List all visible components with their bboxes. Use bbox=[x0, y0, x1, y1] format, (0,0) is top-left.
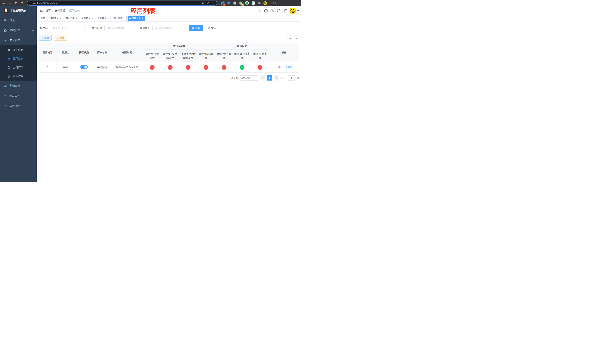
sidebar-item-infra[interactable]: 基础设施 bbox=[0, 81, 37, 91]
extension-gem-icon[interactable] bbox=[227, 1, 230, 5]
col-header-name: 应用名 bbox=[56, 43, 75, 62]
add-button[interactable]: +新增 bbox=[39, 35, 52, 41]
tag-refund-order[interactable]: 退款订单× bbox=[96, 16, 111, 21]
font-size-icon[interactable]: TT bbox=[283, 9, 287, 13]
tag-pay-order[interactable]: 支付订单× bbox=[80, 16, 95, 21]
toggle-search-button[interactable] bbox=[287, 35, 292, 40]
avatar-caret-icon[interactable] bbox=[297, 10, 299, 11]
address-bar[interactable]: i localhost:1024/pay/app ☆ bbox=[27, 0, 217, 6]
tag-merchant-info[interactable]: 商户信息× bbox=[112, 16, 127, 21]
sidebar-item-payment[interactable]: ¥ 支付管理 bbox=[0, 35, 37, 45]
col-header-action: 操作 bbox=[269, 43, 299, 62]
pagination: 共 1 条 10条/页 1 前往 页 bbox=[39, 75, 299, 81]
tag-home[interactable]: 首页 bbox=[39, 16, 47, 21]
alipay-qr-status-icon: × bbox=[204, 65, 208, 70]
col-header-merchant: 商户名称 bbox=[93, 43, 111, 62]
sidebar-item-label: 工作流程 bbox=[10, 104, 32, 107]
sidebar-item-label: 支付管理 bbox=[10, 39, 32, 42]
chevron-down-icon bbox=[32, 105, 34, 107]
filter-form: 应用名 请输入应用名 商户名称 请输入商户名称 开启状态 请选择开启状态 搜索 … bbox=[39, 25, 299, 31]
close-icon[interactable]: × bbox=[123, 17, 125, 20]
sidebar-item-label: 退款订单 bbox=[13, 75, 33, 78]
extension-sketch-icon[interactable]: 10 bbox=[221, 1, 224, 5]
group-header-alipay: 支付宝配置 bbox=[143, 43, 215, 50]
github-icon[interactable] bbox=[264, 9, 268, 13]
page-size-select[interactable]: 10条/页 bbox=[240, 75, 258, 81]
browser-menu-icon[interactable] bbox=[281, 2, 282, 5]
table-row: 6 芋道 芋道源码 2021-10-23 08:49:25 × × × × × … bbox=[39, 62, 299, 73]
sidebar-item-label: 应用信息 bbox=[13, 57, 33, 60]
sidebar-item-label: 支付订单 bbox=[13, 66, 33, 69]
search-button[interactable]: 搜索 bbox=[189, 25, 203, 31]
col-header-wechat-mini: 微信小程序支付 bbox=[215, 50, 233, 62]
col-header-id: 应用编号 bbox=[39, 43, 56, 62]
sidebar-fold-icon[interactable] bbox=[39, 8, 44, 13]
sidebar-logo[interactable]: 芋道管理系统 bbox=[0, 6, 37, 15]
col-header-wechat-jsapi: 微信 JSAPI 支付 bbox=[233, 50, 251, 62]
goto-page-input[interactable] bbox=[288, 75, 295, 81]
refresh-button[interactable] bbox=[294, 35, 299, 40]
sidebar-item-pay-order[interactable]: 支付订单 bbox=[0, 63, 37, 72]
user-avatar[interactable] bbox=[290, 8, 296, 14]
extensions-puzzle-icon[interactable] bbox=[257, 1, 261, 5]
help-doc-icon[interactable]: ? bbox=[270, 9, 274, 13]
export-button[interactable]: 导出 bbox=[54, 35, 67, 41]
prev-page-button[interactable] bbox=[260, 75, 265, 81]
breadcrumb-payment[interactable]: 支付管理 bbox=[55, 9, 65, 12]
monitor-icon bbox=[4, 85, 7, 87]
browser-forward-icon[interactable]: → bbox=[8, 1, 13, 6]
browser-update-button[interactable]: 更新 bbox=[270, 1, 279, 5]
fullscreen-icon[interactable] bbox=[277, 9, 281, 13]
sidebar-item-app-info[interactable]: 应用信息 bbox=[0, 54, 37, 63]
sidebar-item-label: 系统管理 bbox=[10, 29, 32, 32]
col-header-alipay-app: 支付宝 APP 支付 bbox=[143, 50, 161, 62]
share-icon[interactable] bbox=[207, 2, 210, 5]
tag-app-info[interactable]: 应用信息× bbox=[128, 16, 145, 21]
header-search-icon[interactable] bbox=[258, 9, 261, 13]
wechat-jsapi-status-icon: ✓ bbox=[239, 65, 244, 70]
storefront-icon bbox=[7, 48, 10, 51]
tag-process-form[interactable]: 流程表单× bbox=[48, 16, 63, 21]
extension-y-icon[interactable]: y bbox=[245, 1, 249, 5]
next-page-button[interactable] bbox=[274, 75, 279, 81]
sidebar-item-home[interactable]: 首页 bbox=[0, 15, 37, 25]
browser-reload-icon[interactable] bbox=[14, 1, 19, 6]
close-icon[interactable]: × bbox=[108, 17, 109, 20]
merchant-name-input[interactable]: 请输入商户名称 bbox=[104, 25, 135, 31]
bookmark-star-icon[interactable]: ☆ bbox=[213, 1, 215, 5]
sidebar-item-system[interactable]: 系统管理 bbox=[0, 25, 37, 35]
status-label: 开启状态 bbox=[140, 26, 150, 30]
status-toggle[interactable] bbox=[80, 65, 88, 69]
status-select[interactable]: 请选择开启状态 bbox=[152, 25, 187, 31]
current-page-button[interactable]: 1 bbox=[267, 75, 272, 81]
browser-back-icon[interactable]: ← bbox=[2, 1, 7, 6]
document-copy-icon bbox=[7, 75, 10, 78]
sidebar-item-merchant-info[interactable]: 商户信息 bbox=[0, 45, 37, 54]
close-icon[interactable]: × bbox=[76, 17, 77, 20]
yen-icon: ¥ bbox=[4, 39, 7, 42]
close-icon[interactable]: × bbox=[142, 17, 143, 20]
logo-image bbox=[4, 8, 9, 13]
close-icon[interactable]: × bbox=[60, 17, 61, 20]
close-icon[interactable]: × bbox=[92, 17, 93, 20]
delete-link[interactable]: 删除 bbox=[285, 66, 293, 69]
extension-recorder-icon[interactable]: 1 bbox=[239, 1, 243, 5]
sidebar-item-dev-tools[interactable]: 研发工具 bbox=[0, 91, 37, 101]
extension-kanban-icon[interactable] bbox=[251, 1, 255, 5]
browser-home-icon[interactable] bbox=[20, 1, 24, 6]
coin-yen-icon bbox=[7, 66, 10, 69]
pagination-total: 共 1 条 bbox=[231, 76, 238, 80]
extension-command-icon[interactable]: ⌘ bbox=[233, 1, 236, 5]
sidebar-item-refund-order[interactable]: 退款订单 bbox=[0, 72, 37, 81]
password-key-icon[interactable] bbox=[201, 1, 204, 5]
app-name-input[interactable]: 请输入应用名 bbox=[50, 25, 86, 31]
reset-button[interactable]: 重置 bbox=[205, 25, 219, 31]
sidebar-item-workflow[interactable]: 工作流程 bbox=[0, 101, 37, 111]
breadcrumb-home[interactable]: 首页 bbox=[45, 9, 51, 12]
col-header-status: 开启状态 bbox=[75, 43, 93, 62]
page-info-icon[interactable]: i bbox=[29, 2, 31, 4]
tag-user-group[interactable]: 用户分组× bbox=[64, 16, 79, 21]
edit-link[interactable]: 修改 bbox=[275, 66, 283, 69]
sidebar-submenu-payment: 商户信息 应用信息 支付订单 退款订单 bbox=[0, 45, 37, 81]
browser-profile-avatar[interactable] bbox=[263, 1, 267, 5]
